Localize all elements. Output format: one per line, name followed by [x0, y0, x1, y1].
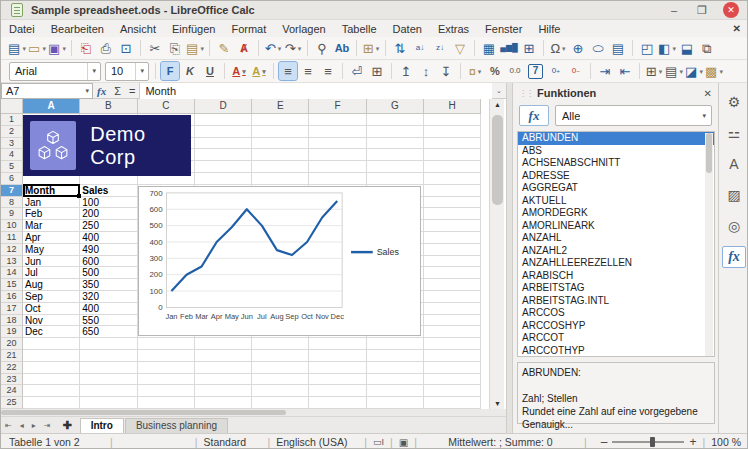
expand-formula-bar-icon[interactable]: ⌄	[492, 87, 506, 95]
copy-icon[interactable]: ⎘	[166, 39, 184, 57]
currency-format-icon[interactable]: ¤	[466, 62, 484, 80]
zoom-slider[interactable]	[612, 441, 684, 443]
row-header-14[interactable]: 14	[1, 267, 23, 279]
function-item-adresse[interactable]: ADRESSE	[518, 170, 714, 183]
name-box-dropdown-icon[interactable]: ▾	[85, 87, 92, 95]
row-header-22[interactable]: 22	[1, 362, 23, 374]
underline-icon[interactable]: U	[201, 62, 219, 80]
cell-A12[interactable]: May	[23, 244, 80, 256]
next-sheet-button[interactable]: ▸	[28, 421, 40, 430]
menu-datei[interactable]: Datei	[1, 22, 43, 36]
freeze-rows-columns-icon[interactable]: ◰	[638, 39, 656, 57]
save-icon[interactable]: ▣	[48, 39, 66, 57]
equals-icon[interactable]: =	[129, 85, 135, 97]
function-item-arccot[interactable]: ARCCOT	[518, 332, 714, 345]
save-status-icon[interactable]: ▣	[399, 437, 408, 448]
select-all-corner[interactable]	[1, 99, 23, 114]
column-header-H[interactable]: H	[424, 99, 481, 114]
background-color-icon[interactable]: ▩	[705, 62, 723, 80]
cell-A15[interactable]: Aug	[23, 279, 80, 291]
sidebar-settings-icon[interactable]: ⚙	[722, 91, 746, 113]
row-header-2[interactable]: 2	[1, 126, 23, 138]
properties-icon[interactable]: ⚍	[722, 122, 746, 144]
cut-icon[interactable]: ✂	[146, 39, 164, 57]
cell-A19[interactable]: Dec	[23, 326, 80, 338]
comment-icon[interactable]: ⬭	[589, 39, 607, 57]
align-center-icon[interactable]: ≡	[299, 62, 317, 80]
styles-icon[interactable]: A	[722, 153, 746, 175]
row-header-25[interactable]: 25	[1, 397, 23, 409]
print-preview-icon[interactable]: ⊡	[117, 39, 135, 57]
cell-area[interactable]: Demo Corp 0100200300400500600700JanFebMa…	[23, 114, 481, 409]
column-header-G[interactable]: G	[367, 99, 424, 114]
cell-B7[interactable]: Sales	[80, 185, 137, 197]
font-size-combobox[interactable]: 10 ▾	[105, 62, 149, 81]
zoom-in-icon[interactable]: +	[689, 435, 696, 449]
align-top-icon[interactable]: ↥	[397, 62, 415, 80]
cell-B13[interactable]: 600	[80, 256, 137, 268]
cell-A7[interactable]: Month	[23, 185, 80, 197]
cell-B11[interactable]: 400	[80, 232, 137, 244]
function-item-abs[interactable]: ABS	[518, 145, 714, 158]
column-header-D[interactable]: D	[195, 99, 252, 114]
special-character-icon[interactable]: Ω	[549, 39, 567, 57]
column-header-A[interactable]: A	[23, 99, 80, 114]
row-header-9[interactable]: 9	[1, 208, 23, 220]
increase-indent-icon[interactable]: ⇥	[596, 62, 614, 80]
row-header-3[interactable]: 3	[1, 138, 23, 150]
row-header-11[interactable]: 11	[1, 232, 23, 244]
vertical-scrollbar[interactable]: ▲ ▼	[489, 99, 504, 409]
percent-format-icon[interactable]: %	[486, 62, 504, 80]
number-format-icon[interactable]: 0.0	[506, 62, 524, 80]
row-header-18[interactable]: 18	[1, 315, 23, 327]
first-sheet-button[interactable]: ⇤	[1, 421, 16, 430]
insert-image-icon[interactable]: ▦	[480, 39, 498, 57]
row-header-21[interactable]: 21	[1, 350, 23, 362]
menu-extras[interactable]: Extras	[430, 22, 477, 36]
row-header-16[interactable]: 16	[1, 291, 23, 303]
new-document-icon[interactable]: ▤	[8, 39, 26, 57]
menu-fenster[interactable]: Fenster	[477, 22, 530, 36]
category-dropdown-icon[interactable]: ▾	[702, 112, 711, 120]
cell-A13[interactable]: Jun	[23, 256, 80, 268]
row-header-7[interactable]: 7	[1, 185, 23, 197]
scroll-down-icon[interactable]: ▼	[490, 400, 505, 407]
row-header-4[interactable]: 4	[1, 149, 23, 161]
row-header-20[interactable]: 20	[1, 338, 23, 350]
italic-icon[interactable]: K	[181, 62, 199, 80]
function-item-aktuell[interactable]: AKTUELL	[518, 195, 714, 208]
cell-B8[interactable]: 100	[80, 197, 137, 209]
font-color-icon[interactable]: A	[230, 62, 248, 80]
zoom-slider-thumb[interactable]	[650, 437, 655, 447]
align-bottom-icon[interactable]: ↧	[437, 62, 455, 80]
column-header-C[interactable]: C	[138, 99, 195, 114]
column-header-F[interactable]: F	[309, 99, 366, 114]
category-select[interactable]: Alle ▾	[555, 105, 712, 126]
document-close-icon[interactable]: ✕	[733, 23, 741, 34]
cell-B10[interactable]: 250	[80, 220, 137, 232]
menu-einfuegen[interactable]: Einfügen	[164, 22, 223, 36]
insert-pivot-table-icon[interactable]: ⊞	[520, 39, 538, 57]
clear-formatting-icon[interactable]: Ⱥ	[235, 39, 253, 57]
sort-icon[interactable]: ⇅	[391, 39, 409, 57]
font-name-dropdown-icon[interactable]: ▾	[87, 63, 100, 80]
cell-A17[interactable]: Oct	[23, 303, 80, 315]
row-header-1[interactable]: 1	[1, 114, 23, 126]
center-vertically-icon[interactable]: ↕	[417, 62, 435, 80]
hyperlink-icon[interactable]: ⊕	[569, 39, 587, 57]
function-item-amordegrk[interactable]: AMORDEGRK	[518, 207, 714, 220]
row-header-19[interactable]: 19	[1, 326, 23, 338]
navigator-icon[interactable]: ◎	[722, 215, 746, 237]
bold-icon[interactable]: F	[161, 62, 179, 80]
align-right-icon[interactable]: ≡	[319, 62, 337, 80]
function-item-arccoshyp[interactable]: ARCCOSHYP	[518, 320, 714, 333]
row-header-6[interactable]: 6	[1, 173, 23, 185]
undo-icon[interactable]: ↶	[264, 39, 282, 57]
function-item-aggregat[interactable]: AGGREGAT	[518, 182, 714, 195]
cell-B12[interactable]: 490	[80, 244, 137, 256]
delete-decimal-icon[interactable]: 0₋	[567, 62, 585, 80]
add-decimal-icon[interactable]: 0₊	[547, 62, 565, 80]
cell-B9[interactable]: 200	[80, 208, 137, 220]
function-wizard-button[interactable]: fx	[519, 105, 549, 126]
function-item-arbeitstag[interactable]: ARBEITSTAG	[518, 282, 714, 295]
